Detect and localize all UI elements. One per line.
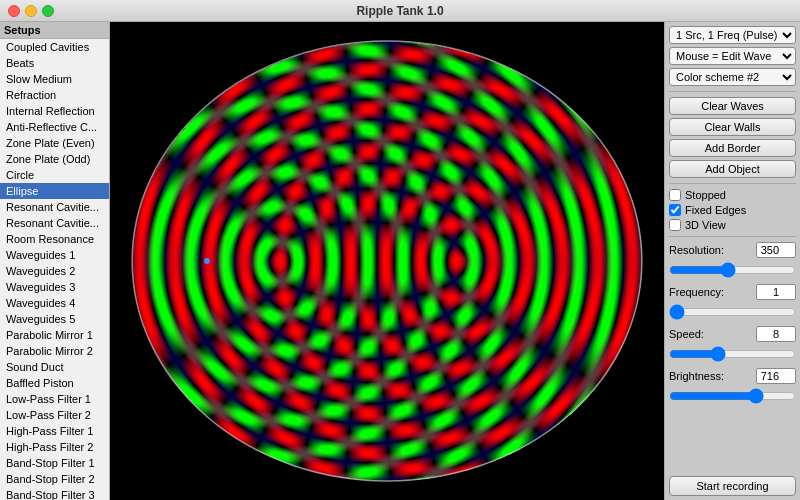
sidebar-item[interactable]: Parabolic Mirror 2 <box>0 343 109 359</box>
sidebar-item[interactable]: Coupled Cavities <box>0 39 109 55</box>
clear-waves-button[interactable]: Clear Waves <box>669 97 796 115</box>
sidebar-item[interactable]: High-Pass Filter 1 <box>0 423 109 439</box>
resolution-row: Resolution: <box>669 242 796 258</box>
sidebar-item[interactable]: Waveguides 1 <box>0 247 109 263</box>
sidebar: Setups Coupled CavitiesBeatsSlow MediumR… <box>0 22 110 500</box>
sidebar-list: Coupled CavitiesBeatsSlow MediumRefracti… <box>0 39 109 500</box>
close-button[interactable] <box>8 5 20 17</box>
sidebar-header: Setups <box>0 22 109 39</box>
frequency-row: Frequency: <box>669 284 796 300</box>
sidebar-item[interactable]: Low-Pass Filter 2 <box>0 407 109 423</box>
sidebar-item[interactable]: Zone Plate (Odd) <box>0 151 109 167</box>
brightness-row: Brightness: <box>669 368 796 384</box>
canvas-area[interactable] <box>110 22 664 500</box>
sidebar-item[interactable]: Slow Medium <box>0 71 109 87</box>
sidebar-item[interactable]: Zone Plate (Even) <box>0 135 109 151</box>
fixed-edges-row: Fixed Edges <box>669 204 796 216</box>
sidebar-item[interactable]: Internal Reflection <box>0 103 109 119</box>
sidebar-item[interactable]: Waveguides 5 <box>0 311 109 327</box>
speed-row: Speed: <box>669 326 796 342</box>
fixed-edges-checkbox[interactable] <box>669 204 681 216</box>
sidebar-item[interactable]: Resonant Cavitie... <box>0 215 109 231</box>
ripple-canvas <box>110 22 664 500</box>
clear-walls-button[interactable]: Clear Walls <box>669 118 796 136</box>
3d-view-checkbox[interactable] <box>669 219 681 231</box>
maximize-button[interactable] <box>42 5 54 17</box>
resolution-input[interactable] <box>756 242 796 258</box>
separator-3 <box>669 236 796 237</box>
traffic-lights <box>8 5 54 17</box>
window-title: Ripple Tank 1.0 <box>356 4 443 18</box>
sidebar-item[interactable]: Band-Stop Filter 2 <box>0 471 109 487</box>
sidebar-item[interactable]: High-Pass Filter 2 <box>0 439 109 455</box>
brightness-slider[interactable] <box>669 388 796 404</box>
speed-slider[interactable] <box>669 346 796 362</box>
sidebar-item[interactable]: Room Resonance <box>0 231 109 247</box>
stopped-row: Stopped <box>669 189 796 201</box>
separator-2 <box>669 183 796 184</box>
sidebar-item[interactable]: Circle <box>0 167 109 183</box>
sidebar-item[interactable]: Low-Pass Filter 1 <box>0 391 109 407</box>
brightness-label: Brightness: <box>669 370 724 382</box>
sidebar-item[interactable]: Baffled Piston <box>0 375 109 391</box>
add-object-button[interactable]: Add Object <box>669 160 796 178</box>
resolution-slider[interactable] <box>669 262 796 278</box>
3d-view-row: 3D View <box>669 219 796 231</box>
sidebar-item[interactable]: Resonant Cavitie... <box>0 199 109 215</box>
stopped-label: Stopped <box>685 189 726 201</box>
speed-input[interactable] <box>756 326 796 342</box>
stopped-checkbox[interactable] <box>669 189 681 201</box>
sidebar-item[interactable]: Refraction <box>0 87 109 103</box>
sidebar-item[interactable]: Waveguides 4 <box>0 295 109 311</box>
resolution-label: Resolution: <box>669 244 724 256</box>
sidebar-item[interactable]: Parabolic Mirror 1 <box>0 327 109 343</box>
minimize-button[interactable] <box>25 5 37 17</box>
sidebar-item[interactable]: Band-Stop Filter 3 <box>0 487 109 500</box>
sidebar-item[interactable]: Sound Duct <box>0 359 109 375</box>
sidebar-item[interactable]: Waveguides 2 <box>0 263 109 279</box>
fixed-edges-label: Fixed Edges <box>685 204 746 216</box>
speed-label: Speed: <box>669 328 704 340</box>
frequency-input[interactable] <box>756 284 796 300</box>
frequency-label: Frequency: <box>669 286 724 298</box>
frequency-slider[interactable] <box>669 304 796 320</box>
mouse-dropdown[interactable]: Mouse = Edit Wave Mouse = Add Source <box>669 47 796 65</box>
sidebar-item[interactable]: Anti-Reflective C... <box>0 119 109 135</box>
color-dropdown[interactable]: Color scheme #2 Color scheme #1 Color sc… <box>669 68 796 86</box>
sidebar-item[interactable]: Beats <box>0 55 109 71</box>
source-dropdown[interactable]: 1 Src, 1 Freq (Pulse) 1 Src, 1 Freq (Con… <box>669 26 796 44</box>
brightness-input[interactable] <box>756 368 796 384</box>
add-border-button[interactable]: Add Border <box>669 139 796 157</box>
main-layout: Setups Coupled CavitiesBeatsSlow MediumR… <box>0 22 800 500</box>
separator-1 <box>669 91 796 92</box>
sidebar-item[interactable]: Waveguides 3 <box>0 279 109 295</box>
titlebar: Ripple Tank 1.0 <box>0 0 800 22</box>
record-button[interactable]: Start recording <box>669 476 796 496</box>
sidebar-item[interactable]: Ellipse <box>0 183 109 199</box>
3d-view-label: 3D View <box>685 219 726 231</box>
sidebar-item[interactable]: Band-Stop Filter 1 <box>0 455 109 471</box>
right-panel: 1 Src, 1 Freq (Pulse) 1 Src, 1 Freq (Con… <box>664 22 800 500</box>
